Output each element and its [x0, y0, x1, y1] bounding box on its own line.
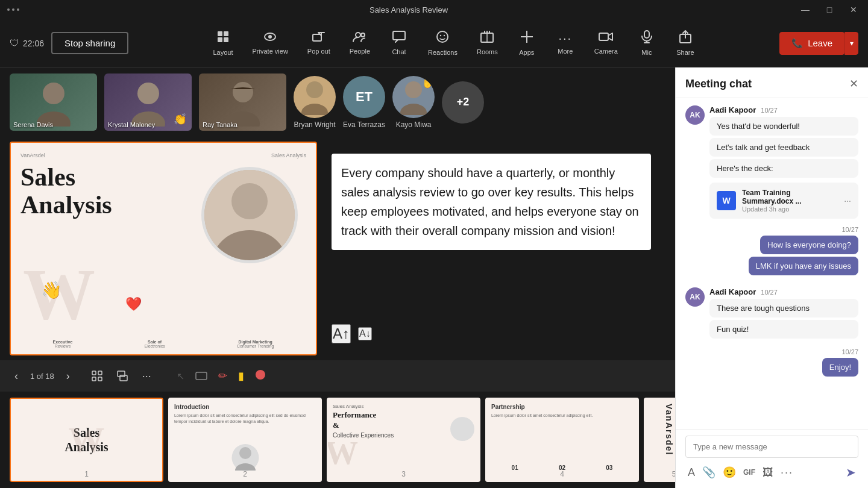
thumbnail-4-content: Partnership Lorem ipsum dolor sit amet c…: [486, 399, 638, 481]
thumb-1-watermark: W: [69, 419, 105, 461]
text-size-increase-button[interactable]: A↑: [332, 324, 351, 343]
slide-and-text: VanArsdel Sales Analysis Sales Analysis …: [0, 137, 675, 360]
toolbar-center: Layout Private view Pop out People Chat: [205, 25, 703, 61]
svg-point-30: [405, 81, 422, 98]
send-message-button[interactable]: ➤: [843, 463, 858, 482]
more-button[interactable]: ··· More: [547, 27, 583, 60]
thumb-2-avatar: [231, 444, 259, 471]
toolbar-right: 📞 Leave ▾: [779, 32, 858, 55]
label-digital: Digital Marketing Consumer Trending: [237, 340, 274, 348]
popout-icon: [312, 31, 326, 45]
people-button[interactable]: People: [341, 27, 379, 60]
chat-timestamp-3: 10/27: [761, 289, 778, 296]
camera-button[interactable]: Camera: [586, 27, 626, 60]
thumb-3-watermark: W: [328, 434, 358, 472]
label-executive: Executive Reviews: [53, 340, 73, 348]
text-size-decrease-button[interactable]: A↓: [358, 327, 372, 340]
reactions-button[interactable]: Reactions: [420, 25, 466, 61]
thumbnail-2-content: Introduction Lorem ipsum dolor sit amet …: [169, 399, 321, 481]
svg-rect-3: [224, 37, 228, 42]
title-bar-dots: [7, 8, 19, 11]
slide-more-button[interactable]: ···: [137, 368, 156, 385]
sticker-button[interactable]: 🖼: [760, 463, 776, 481]
mic-button[interactable]: Mic: [629, 25, 665, 61]
chat-panel: Meeting chat ✕ AK Aadi Kapoor 10/27 Yes …: [675, 67, 868, 488]
svg-point-33: [231, 183, 268, 219]
more-participants-badge[interactable]: +2: [442, 81, 484, 124]
mic-icon: [641, 30, 652, 46]
svg-point-24: [137, 83, 159, 104]
svg-rect-6: [313, 34, 321, 41]
slide-preview: VanArsdel Sales Analysis Sales Analysis …: [10, 142, 317, 355]
file-more-icon[interactable]: ···: [844, 196, 851, 205]
svg-point-42: [256, 370, 265, 380]
close-button[interactable]: ✕: [846, 2, 861, 17]
svg-rect-2: [218, 37, 222, 42]
svg-point-31: [400, 104, 427, 115]
chat-avatar-aadi-1: AK: [685, 105, 705, 125]
thumbnail-5[interactable]: Fabrikam - VanArsdel 5: [644, 398, 675, 482]
chat-bubbles-1: Yes that'd be wonderful! Let's talk and …: [709, 117, 858, 219]
format-text-button[interactable]: A: [685, 463, 697, 481]
stop-sharing-button[interactable]: Stop sharing: [51, 32, 128, 54]
rooms-button[interactable]: Rooms: [468, 26, 506, 60]
pop-out-button[interactable]: Pop out: [299, 27, 339, 60]
chat-input[interactable]: [685, 436, 858, 458]
grid-view-button[interactable]: [87, 368, 107, 385]
chat-header: Meeting chat ✕: [676, 67, 868, 98]
slide-main: VanArsdel Sales Analysis Sales Analysis …: [0, 137, 675, 488]
annotation-tools: ↖ ✏ ▮: [173, 367, 269, 386]
leave-button[interactable]: 📞 Leave: [779, 32, 844, 55]
slide-brand: VanArsdel: [20, 152, 45, 158]
chat-close-button[interactable]: ✕: [849, 77, 858, 90]
svg-rect-41: [196, 372, 207, 380]
highlighter-tool[interactable]: ▮: [234, 367, 248, 386]
slide-next-button[interactable]: ›: [61, 368, 75, 385]
svg-rect-18: [644, 31, 649, 38]
zoom-button[interactable]: [112, 368, 133, 385]
leave-dropdown-button[interactable]: ▾: [844, 32, 858, 55]
private-view-button[interactable]: Private view: [244, 27, 297, 60]
slide-prev-button[interactable]: ‹: [10, 368, 23, 385]
chat-bubble-3a: These are tough questions: [709, 299, 858, 318]
eraser-tool[interactable]: [192, 367, 211, 386]
pen-tool[interactable]: ✏: [215, 367, 231, 386]
apps-button[interactable]: Apps: [509, 25, 545, 61]
emoji-button[interactable]: 🙂: [720, 463, 738, 481]
maximize-button[interactable]: □: [822, 2, 837, 17]
people-icon: [353, 31, 367, 45]
svg-rect-1: [224, 31, 228, 36]
participant-bryan-name: Bryan Wright: [294, 120, 335, 129]
participant-eva-container: ET Eva Terrazas: [343, 76, 385, 129]
share-button[interactable]: Share: [667, 25, 703, 61]
thumbnail-4[interactable]: Partnership Lorem ipsum dolor sit amet c…: [485, 398, 639, 482]
thumbnail-2[interactable]: Introduction Lorem ipsum dolor sit amet …: [168, 398, 322, 482]
participant-krystal-name: Krystal Maloney: [108, 121, 155, 128]
svg-point-12: [444, 35, 445, 36]
gif-button[interactable]: GIF: [741, 463, 758, 481]
thumbnail-1-content: W SalesAnalysis: [11, 399, 162, 481]
minimize-button[interactable]: —: [798, 2, 813, 17]
svg-rect-0: [218, 31, 222, 36]
more-chat-button[interactable]: ···: [778, 463, 796, 481]
chat-msg-content-3: Aadi Kapoor 10/27 These are tough questi…: [709, 287, 858, 341]
pointer-tool[interactable]: ↖: [173, 367, 188, 386]
shield-icon: 🛡: [10, 38, 19, 49]
color-picker-tool[interactable]: [251, 367, 269, 386]
rooms-icon: [480, 31, 494, 46]
thumbnail-5-content: Fabrikam - VanArsdel: [645, 399, 675, 481]
slide-description: Every company should have a quarterly, o…: [332, 154, 651, 250]
chat-button[interactable]: Chat: [381, 26, 417, 60]
chat-bubble-3b: Fun quiz!: [709, 320, 858, 339]
layout-button[interactable]: Layout: [205, 25, 242, 61]
thumbnail-3[interactable]: Sales Analysis W Performance& Collective…: [327, 398, 480, 482]
thumb-5-title: Fabrikam - VanArsdel: [659, 399, 675, 481]
hand-raise-icon: ✋: [421, 76, 435, 89]
thumb-4-number: 4: [560, 470, 564, 478]
attach-button[interactable]: 📎: [700, 463, 718, 481]
thumbnail-1[interactable]: W SalesAnalysis 1: [10, 398, 163, 482]
participant-ray: Ray Tanaka: [199, 74, 286, 131]
svg-rect-38: [98, 377, 102, 381]
svg-point-29: [301, 104, 328, 115]
chat-bubbles-3: These are tough questions Fun quiz!: [709, 299, 858, 341]
